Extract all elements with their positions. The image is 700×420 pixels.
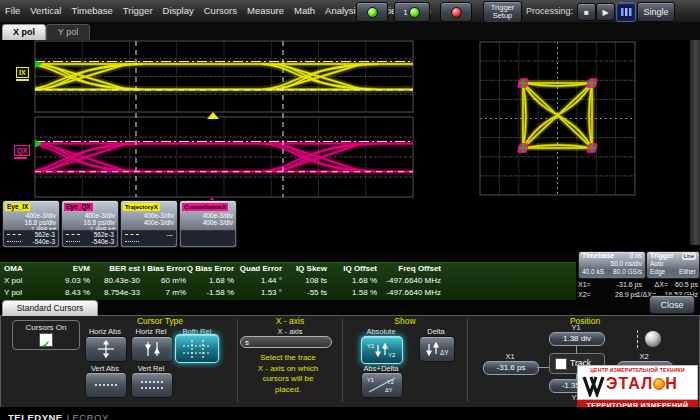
trigger-setup-label-2: Setup	[493, 11, 513, 20]
header-evm: EVM	[40, 263, 90, 275]
vertical-scale: 400e-3/div	[203, 212, 233, 219]
menu-math[interactable]: Math	[289, 0, 320, 22]
header-ber: BER est	[90, 263, 140, 275]
x-axis-title: X - axis	[250, 316, 330, 326]
cell-ibias: 7 m%	[140, 287, 186, 299]
run-button[interactable]: ▶	[596, 3, 615, 21]
track-checkbox[interactable]	[555, 358, 567, 370]
cell-freq: -497.6640 MHz	[377, 275, 441, 287]
descriptor-eye-qx[interactable]: Eye_QX 400e-3/div 16.8 ps/div 1.998 k# 5…	[61, 200, 119, 248]
single-button[interactable]: Single	[637, 2, 675, 22]
cell-skew: -55 fs	[282, 287, 327, 299]
header-skew: IQ Skew	[282, 263, 327, 275]
x1-readout-label: X1=	[578, 280, 598, 290]
tab-standard-cursors[interactable]: Standard Cursors	[2, 300, 98, 316]
menu-timebase[interactable]: Timebase	[66, 0, 117, 22]
table-row-x-pol: X pol 9.03 % 80.43e-30 60 m% 1.68 % 1.44…	[0, 275, 576, 287]
descriptor-trajectory-x[interactable]: TrajectoryX 400e-3/div 400e-3/div ---	[120, 200, 178, 248]
aux-led-button-1[interactable]	[356, 2, 388, 22]
menu-display[interactable]: Display	[158, 0, 199, 22]
adjust-knob-sphere[interactable]	[645, 331, 661, 347]
abs-delta-icon: Y1Y2ΔY	[365, 376, 399, 394]
delta-label: Delta	[416, 327, 456, 336]
stop-icon: ■	[584, 8, 589, 17]
vert-abs-button[interactable]	[85, 372, 127, 398]
watermark-top-line: ЦЕНТР ИЗМЕРИТЕЛЬНОЙ ТЕХНИКИ	[578, 367, 697, 373]
horizontal-scale: 400e-3/div	[203, 219, 233, 226]
show-abs-delta-button[interactable]: Y1Y2ΔY	[361, 372, 403, 398]
x1-position-field[interactable]: -31.6 ps	[483, 361, 539, 375]
descriptor-label: Eye_QX	[64, 203, 93, 211]
vertical-scale: 400e-3/div	[26, 212, 56, 219]
menu-file[interactable]: File	[0, 0, 25, 22]
timebase-samples: 40.0 kS	[582, 268, 604, 276]
menu-cursors[interactable]: Cursors	[199, 0, 242, 22]
cell-quad: 1.44 °	[234, 275, 282, 287]
menu-trigger[interactable]: Trigger	[118, 0, 158, 22]
waveform-display-icon	[619, 6, 633, 18]
delta-icon: ΔY	[422, 340, 452, 358]
cursors-on-checkbox[interactable]: ✓	[39, 333, 53, 347]
channel-bar-ix	[16, 79, 29, 81]
watermark-name: ЭТАЛН	[606, 375, 678, 393]
channel-label-ix[interactable]: IX	[16, 67, 29, 78]
x1-readout-value: -31.6 ps	[596, 280, 642, 290]
svg-text:ΔY: ΔY	[385, 387, 393, 393]
show-absolute-button[interactable]: Y1Y2	[361, 336, 403, 364]
descriptor-constellation-x[interactable]: ConstellationX 400e-3/div 400e-3/div	[179, 200, 237, 248]
row-label: X pol	[0, 275, 40, 287]
absolute-icon: Y1Y2	[366, 341, 398, 359]
vert-rel-button[interactable]	[131, 372, 173, 398]
timebase-scale: 50.0 ns/div	[611, 260, 642, 268]
menu-measure[interactable]: Measure	[242, 0, 289, 22]
cell-offset: 1.68 %	[327, 275, 377, 287]
close-button[interactable]: Close	[649, 295, 695, 314]
header-oma: OMA	[0, 263, 40, 275]
cursor-readout-sub: 562e-3 -540e-3	[4, 230, 58, 246]
cursor2-value: -540e-3	[92, 238, 114, 245]
footer-bar: TELEDYNELECROY	[0, 407, 700, 420]
trigger-setup-button[interactable]: Trigger Setup	[483, 1, 522, 23]
vertical-scale: 400e-3/div	[144, 212, 174, 219]
stop-button[interactable]: ■	[577, 3, 596, 21]
knob-dashes	[637, 330, 638, 348]
y1-position-field[interactable]: 1.38 div	[549, 332, 605, 346]
close-label: Close	[660, 300, 683, 310]
cursor-readout-sub: ---	[122, 230, 176, 246]
display-mode-button[interactable]	[616, 2, 636, 22]
x-axis-label: X - axis	[250, 327, 330, 336]
horiz-rel-button[interactable]	[131, 336, 173, 362]
aux-led-button-3[interactable]	[440, 2, 472, 22]
menu-vertical[interactable]: Vertical	[25, 0, 66, 22]
dx-readout-value: 60.5 ps	[668, 280, 698, 290]
header-offset: IQ Offset	[327, 263, 377, 275]
cursor-type-title: Cursor Type	[100, 316, 220, 326]
horizontal-scale: 400e-3/div	[144, 219, 174, 226]
horiz-abs-button[interactable]	[85, 336, 127, 362]
x-axis-input[interactable]	[240, 336, 332, 348]
both-rel-icon	[182, 339, 212, 359]
scope-right-scrollstrip[interactable]	[690, 40, 700, 245]
green-led-icon	[367, 7, 378, 18]
trigger-panel[interactable]: TriggerLine Auto EdgeEither	[646, 251, 700, 279]
timebase-panel[interactable]: Timebase0 ns 50.0 ns/div 40.0 kS80.0 GS/…	[578, 251, 646, 279]
aux-led-button-2[interactable]: 1	[394, 2, 430, 22]
tab-x-pol[interactable]: X pol	[2, 24, 46, 41]
show-delta-button[interactable]: ΔY	[419, 336, 455, 362]
y1-label: Y1	[556, 323, 596, 332]
timebase-title: Timebase	[582, 252, 614, 260]
descriptor-label: Eye_IX	[5, 203, 30, 211]
tab-y-pol[interactable]: Y pol	[46, 24, 90, 41]
vert-abs-icon	[93, 378, 119, 392]
trigger-title: Trigger	[650, 252, 674, 260]
descriptor-eye-ix[interactable]: Eye_IX 400e-3/div 16.8 ps/div 1.998 k# 5…	[2, 200, 60, 248]
cell-quad: 1.53 °	[234, 287, 282, 299]
cursors-on-label: Cursors On	[13, 323, 79, 332]
both-rel-button[interactable]	[175, 334, 219, 363]
x1-label: X1	[490, 352, 530, 361]
channel-label-qx[interactable]: QX	[14, 145, 30, 156]
brand-lecroy: LECROY	[67, 412, 109, 420]
cell-ibias: 60 m%	[140, 275, 186, 287]
cursor-readout-sub	[181, 230, 235, 246]
timebase-rate: 80.0 GS/s	[613, 268, 642, 276]
